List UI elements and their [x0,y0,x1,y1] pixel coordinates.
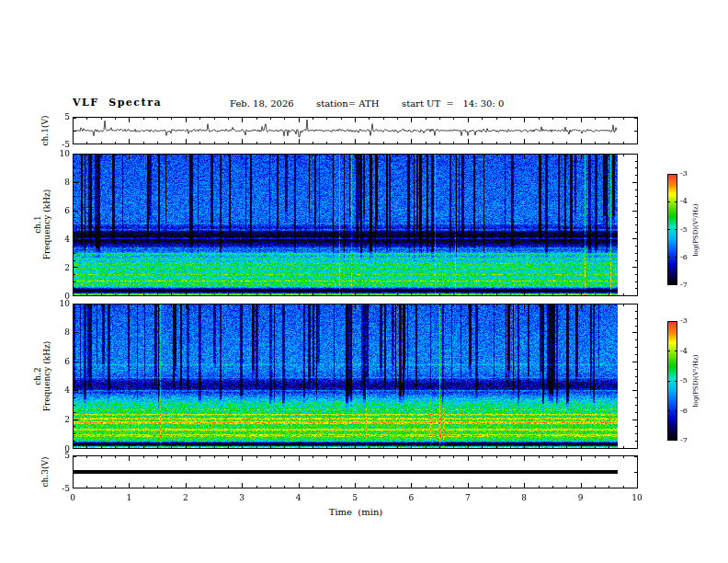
y-tick-label: 6 [64,358,70,366]
figure-date: Feb. 18, 2026 [230,98,294,109]
y-tick-label: 10 [60,300,70,308]
ch1-frequency-axis-label: ch.1 Frequency (kHz) [33,190,51,260]
ch1-spectrogram-plot [73,154,638,296]
y-tick-label: 5 [64,113,70,121]
x-tick-label: 2 [183,494,188,502]
ch2-frequency-axis-label: ch.2 Frequency (kHz) [33,341,51,412]
x-tick-label: 7 [465,494,471,502]
colorbar-tick-label: -7 [680,437,688,444]
ch3-voltage-axis-label: ch.3(V) [40,457,50,488]
vlf-spectra-figure: VLF Spectra Feb. 18, 2026 station= ATH s… [0,0,728,563]
y-tick-label: 5 [64,452,70,460]
y-tick-label: 2 [64,264,70,272]
figure-title: VLF Spectra [73,97,162,109]
x-tick-label: 1 [127,494,132,502]
colorbar-tick-label: -3 [680,170,688,178]
ch1-waveform-plot [73,117,638,144]
start-ut-label: start UT = 14: 30: 0 [402,98,504,109]
colorbar2-axis-label: log(PSD)(V²/Hz) [692,355,700,408]
ch1-colorbar [667,174,677,285]
colorbar-tick-label: -5 [680,226,688,234]
colorbar1-axis-label: log(PSD)(V²/Hz) [692,204,700,257]
y-tick-label: 2 [64,416,70,424]
y-tick-label: 6 [64,207,70,215]
y-tick-label: 8 [64,328,70,337]
time-axis-label: Time (min) [329,507,383,517]
y-tick-label: -5 [62,141,70,149]
colorbar-tick-label: -4 [680,198,688,205]
x-tick-label: 9 [578,494,584,502]
x-tick-label: 4 [296,494,301,502]
y-tick-label: 10 [60,150,70,158]
ch2-colorbar [667,321,677,441]
colorbar-tick-label: -6 [680,254,688,261]
ch2-spectrogram-plot [73,304,638,449]
y-tick-label: 8 [64,178,70,187]
ch3-waveform-plot [73,455,638,488]
x-tick-label: 3 [239,494,245,502]
y-tick-label: -5 [62,485,70,493]
x-tick-label: 0 [70,494,75,502]
x-tick-label: 8 [521,494,527,502]
y-tick-label: 4 [64,236,70,244]
ch1-voltage-axis-label: ch.1(V) [40,116,50,146]
colorbar-tick-label: -5 [680,377,688,385]
x-tick-label: 6 [409,494,415,502]
station-label: station= ATH [316,98,379,109]
y-tick-label: 0 [64,445,70,454]
colorbar-tick-label: -3 [680,317,688,325]
x-tick-label: 10 [631,494,642,502]
colorbar-tick-label: -6 [680,408,688,415]
y-tick-label: 0 [64,293,70,301]
colorbar-tick-label: -7 [680,282,688,289]
x-tick-label: 5 [352,494,358,502]
y-tick-label: 4 [64,386,70,395]
colorbar-tick-label: -4 [680,348,688,355]
